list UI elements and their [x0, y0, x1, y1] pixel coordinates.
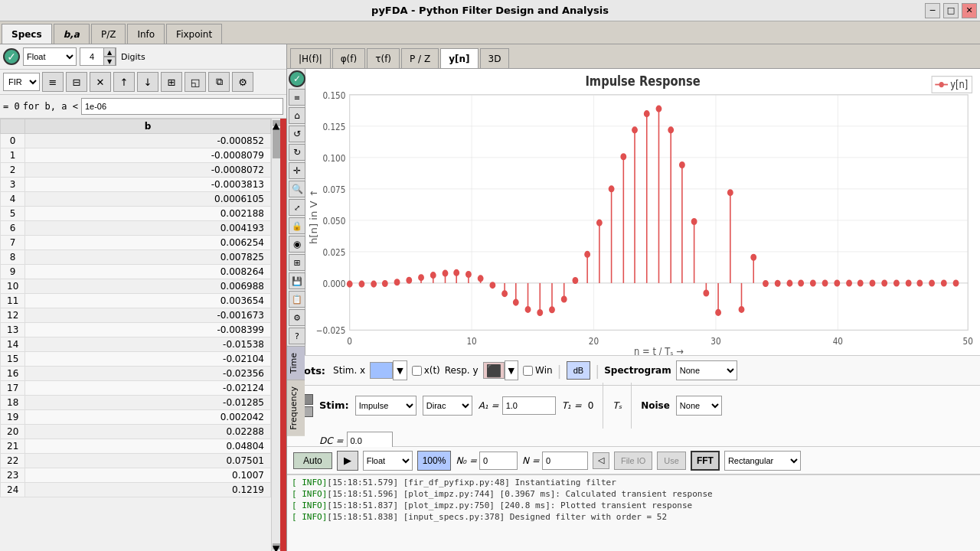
stim-color-box[interactable] [370, 362, 393, 379]
plot-help-button[interactable]: ? [289, 328, 305, 344]
list-button[interactable]: ≡ [42, 72, 64, 92]
tab-pz-plot[interactable]: P / Z [401, 48, 439, 68]
play-button[interactable]: ▶ [337, 451, 358, 471]
table-row[interactable]: 90.008264 [1, 265, 271, 279]
plot-zoom-button[interactable]: 🔍 [289, 181, 305, 197]
threshold-input[interactable] [81, 98, 283, 115]
auto-button[interactable]: Auto [293, 452, 332, 469]
tab-tf[interactable]: τ(f) [367, 48, 400, 68]
scroll-thumb[interactable] [273, 128, 280, 158]
load-button[interactable]: ◱ [185, 72, 206, 92]
stim-type-select[interactable]: Impulse [355, 396, 416, 416]
table-row[interactable]: 100.006988 [1, 279, 271, 294]
stim-subtype-select[interactable]: Dirac [423, 396, 472, 416]
table-row[interactable]: 17-0.02124 [1, 381, 271, 396]
table-row[interactable]: 14-0.01538 [1, 337, 271, 352]
digits-down[interactable]: ▼ [103, 57, 116, 66]
plot-grid-button[interactable]: ⊞ [289, 254, 305, 271]
percent-button[interactable]: 100% [417, 451, 452, 471]
minimize-button[interactable]: ─ [925, 3, 940, 18]
tab-pf[interactable]: φ(f) [332, 48, 366, 68]
table-row[interactable]: 230.1007 [1, 468, 271, 483]
scroll-down-arrow[interactable]: ▼ [273, 543, 280, 549]
tab-3d[interactable]: 3D [480, 48, 510, 68]
plot-undo-button[interactable]: ↺ [289, 126, 305, 142]
table-row[interactable]: 210.04804 [1, 439, 271, 454]
table-row[interactable]: 190.002042 [1, 410, 271, 425]
coeff-table-scroll[interactable]: b 0-0.0008521-0.00080792-0.00080723-0.00… [0, 119, 271, 551]
log-area[interactable]: [ INFO][15:18:51.579] [fir_df_pyfixp.py:… [287, 474, 980, 551]
filter-type-select[interactable]: FIR [3, 73, 40, 91]
plot-home-button[interactable]: ⌂ [289, 107, 305, 124]
table-row[interactable]: 0-0.000852 [1, 134, 271, 148]
plot-save-button[interactable]: 💾 [289, 272, 305, 289]
window-select[interactable]: Rectangular [724, 451, 801, 471]
plot-redo-button[interactable]: ↻ [289, 144, 305, 161]
digits-input[interactable] [80, 52, 103, 61]
plot-check-button[interactable]: ✓ [289, 70, 305, 87]
table-row[interactable]: 18-0.01285 [1, 396, 271, 410]
close-button[interactable]: ✕ [962, 3, 977, 18]
plot-lines-button[interactable]: ≡ [289, 89, 305, 106]
tab-yn[interactable]: y[n] [440, 48, 478, 68]
grid-button[interactable]: ⊞ [161, 72, 182, 92]
format-select[interactable]: Float [23, 47, 77, 66]
copy-button[interactable]: ⧉ [208, 72, 230, 92]
resp-type-dropdown[interactable]: ▼ [505, 360, 518, 380]
xt-checkbox[interactable] [412, 366, 422, 376]
use-button[interactable]: Use [657, 452, 686, 470]
filter-button[interactable]: ⊟ [66, 72, 87, 92]
time-button[interactable]: Time [287, 346, 305, 380]
win-checkbox[interactable] [523, 366, 533, 376]
n0-input[interactable] [479, 452, 518, 470]
validate-button[interactable]: ✓ [3, 48, 20, 65]
n-decrement-button[interactable]: ◁ [593, 452, 609, 469]
spectrogram-select[interactable]: None [676, 360, 737, 380]
table-row[interactable]: 70.006254 [1, 236, 271, 250]
table-row[interactable]: 60.004193 [1, 221, 271, 236]
digits-spinbox[interactable]: ▲ ▼ [80, 47, 116, 66]
tab-pz[interactable]: P/Z [91, 24, 126, 44]
settings-button[interactable]: ⚙ [232, 72, 253, 92]
table-row[interactable]: 220.07501 [1, 454, 271, 468]
impulse-response-chart[interactable]: Impulse Response y[n] [305, 69, 980, 355]
tab-fixpoint[interactable]: Fixpoint [166, 24, 222, 44]
table-row[interactable]: 2-0.0008072 [1, 163, 271, 178]
a1-input[interactable] [502, 396, 556, 415]
table-row[interactable]: 15-0.02104 [1, 352, 271, 367]
table-row[interactable]: 200.02288 [1, 425, 271, 439]
table-row[interactable]: 1-0.0008079 [1, 148, 271, 163]
table-row[interactable]: 12-0.001673 [1, 308, 271, 323]
resize-handle[interactable] [280, 119, 286, 551]
table-row[interactable]: 110.003654 [1, 294, 271, 308]
plot-zoom-rect-button[interactable]: ⤢ [289, 199, 305, 216]
scroll-up-arrow[interactable]: ▲ [273, 120, 280, 126]
table-row[interactable]: 80.007825 [1, 250, 271, 265]
frequency-button[interactable]: Frequency [287, 380, 305, 436]
table-row[interactable]: 13-0.008399 [1, 323, 271, 337]
tab-ba[interactable]: b,a [54, 24, 90, 44]
plot-move-button[interactable]: ✛ [289, 162, 305, 179]
table-row[interactable]: 240.1219 [1, 483, 271, 497]
file-io-button[interactable]: File IO [614, 452, 652, 470]
plot-export-button[interactable]: 📋 [289, 291, 305, 308]
tab-specs[interactable]: Specs [2, 24, 52, 44]
col-header-b[interactable]: b [25, 119, 271, 134]
n-input[interactable] [542, 452, 588, 470]
move-down-button[interactable]: ↓ [137, 72, 158, 92]
resp-color-display[interactable]: ⬛ [483, 362, 505, 379]
maximize-button[interactable]: □ [943, 3, 959, 18]
table-row[interactable]: 50.002188 [1, 207, 271, 221]
plot-pin-button[interactable]: ◉ [289, 236, 305, 253]
delete-button[interactable]: ✕ [90, 72, 111, 92]
scrollbar[interactable]: ▲ ▼ [271, 119, 280, 551]
noise-select[interactable]: None [676, 396, 722, 416]
fft-button[interactable]: FFT [691, 451, 720, 471]
digits-up[interactable]: ▲ [103, 47, 116, 57]
table-row[interactable]: 16-0.02356 [1, 367, 271, 381]
tab-info[interactable]: Info [127, 24, 165, 44]
stim-type-dropdown[interactable]: ▼ [393, 360, 407, 380]
float-select[interactable]: Float [363, 451, 413, 471]
plot-lock-button[interactable]: 🔒 [289, 217, 305, 234]
table-row[interactable]: 3-0.0003813 [1, 178, 271, 192]
